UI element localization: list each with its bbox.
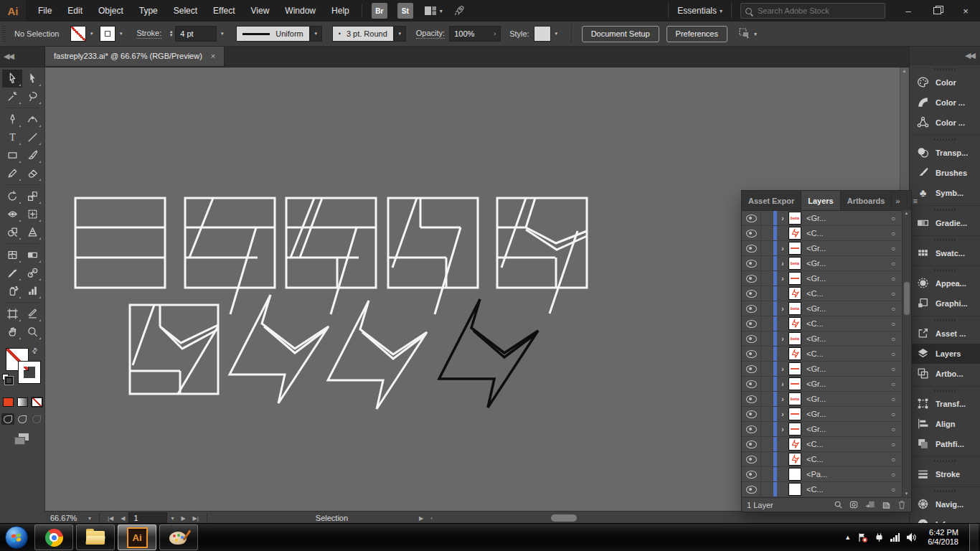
dock-grip-handle[interactable] [934, 460, 956, 462]
dock-item-gradient[interactable]: Gradie... [910, 213, 980, 233]
dock-grip-handle[interactable] [934, 269, 956, 271]
rotate-tool[interactable] [2, 187, 22, 205]
dock-item-appearance[interactable]: Appea... [910, 273, 980, 293]
stock-search-box[interactable] [740, 3, 885, 19]
layer-row[interactable]: ›beta<Gr...○ [742, 331, 911, 347]
screen-mode-button[interactable] [14, 433, 30, 445]
show-hidden-icons-button[interactable]: ▲ [844, 534, 851, 541]
layer-target-icon[interactable]: ○ [891, 471, 895, 479]
layer-label[interactable]: <C... [806, 319, 824, 328]
pencil-tool[interactable] [2, 164, 22, 182]
layer-label[interactable]: <C... [806, 289, 824, 298]
show-desktop-button[interactable] [969, 524, 979, 551]
expand-chevron-icon[interactable]: › [777, 335, 788, 343]
visibility-toggle[interactable] [742, 226, 761, 240]
layer-target-icon[interactable]: ○ [891, 290, 895, 298]
dock-item-color-themes[interactable]: Color ... [910, 113, 980, 133]
construction-square-6[interactable] [133, 305, 154, 365]
dock-item-transparency[interactable]: Transp... [910, 143, 980, 163]
layer-row[interactable]: <C...○ [742, 437, 911, 452]
eyedropper-tool[interactable] [2, 264, 22, 282]
lock-cell[interactable] [761, 482, 773, 496]
stroke-color-swatch[interactable] [100, 26, 116, 42]
column-graph-tool[interactable] [22, 282, 42, 300]
visibility-toggle[interactable] [742, 422, 761, 436]
layer-label[interactable]: <Gr... [806, 304, 826, 313]
construction-square-2[interactable] [230, 227, 256, 314]
visibility-toggle[interactable] [742, 392, 761, 406]
lasso-tool[interactable] [22, 88, 42, 105]
status-next-icon[interactable]: ▶ [419, 515, 423, 522]
layer-label[interactable]: <Gr... [806, 214, 826, 222]
expand-chevron-icon[interactable]: › [777, 425, 788, 433]
artboard-dropdown-icon[interactable]: ▾ [171, 515, 174, 522]
dock-item-align[interactable]: Align [910, 414, 980, 434]
menu-type[interactable]: Type [131, 0, 166, 22]
stroke-weight-dropdown[interactable]: ▾ [217, 27, 227, 41]
previous-artboard-icon[interactable]: ◀ [121, 515, 125, 522]
opacity-label[interactable]: Opacity: [416, 29, 445, 39]
zoom-tool[interactable] [22, 323, 42, 341]
lock-cell[interactable] [761, 286, 773, 301]
network-signal-icon[interactable] [890, 533, 900, 542]
none-fill-button[interactable] [31, 397, 43, 408]
layer-row[interactable]: ›beta<Gr...○ [742, 211, 911, 226]
stroke-profile-dropdown[interactable]: ▾ [310, 26, 322, 42]
perspective-grid-tool[interactable] [22, 223, 42, 241]
lock-cell[interactable] [761, 362, 773, 376]
lock-cell[interactable] [761, 392, 773, 406]
power-plug-icon[interactable] [875, 532, 884, 543]
visibility-toggle[interactable] [742, 467, 761, 481]
new-layer-icon[interactable] [882, 500, 891, 509]
layers-scrollbar[interactable]: ▲ ▼ [902, 210, 911, 496]
paintbrush-tool[interactable] [22, 146, 42, 164]
arrange-documents-icon[interactable] [424, 6, 437, 16]
visibility-toggle[interactable] [742, 301, 761, 316]
layer-target-icon[interactable]: ○ [891, 215, 895, 222]
next-artboard-icon[interactable]: ▶ [181, 515, 185, 522]
last-artboard-icon[interactable]: ▶| [193, 515, 199, 522]
visibility-toggle[interactable] [742, 331, 761, 346]
layer-target-icon[interactable]: ○ [891, 350, 895, 358]
layer-label[interactable]: <Gr... [806, 364, 826, 373]
layer-target-icon[interactable]: ○ [891, 395, 895, 403]
curvature-tool[interactable] [22, 110, 42, 128]
menu-view[interactable]: View [243, 0, 278, 22]
stroke-weight-label[interactable]: Stroke: [136, 29, 161, 39]
layer-target-icon[interactable]: ○ [891, 275, 895, 283]
layer-label[interactable]: <Gr... [806, 380, 826, 388]
scale-tool[interactable] [22, 187, 42, 205]
close-button[interactable]: × [951, 1, 980, 21]
visibility-toggle[interactable] [742, 377, 761, 391]
gradient-fill-button[interactable] [17, 397, 29, 408]
scroll-up-icon[interactable]: ▲ [902, 68, 907, 73]
layer-row[interactable]: <C...○ [742, 347, 911, 362]
layer-label[interactable]: <Pa... [806, 470, 827, 479]
lock-cell[interactable] [761, 467, 773, 481]
direct-selection-tool[interactable] [22, 70, 42, 88]
chevron-down-icon[interactable]: ▾ [440, 8, 443, 14]
panel-menu-icon[interactable]: ≡ [907, 197, 917, 205]
layer-row[interactable]: ›<Gr...○ [742, 362, 911, 377]
canvas-horizontal-scrollbar[interactable] [551, 514, 577, 522]
dock-item-transform[interactable]: Transf... [910, 394, 980, 414]
stroke-profile-field[interactable]: Uniform [236, 26, 310, 42]
restore-button[interactable] [923, 1, 951, 21]
panel-tab-layers[interactable]: Layers [801, 191, 840, 210]
free-transform-tool[interactable] [22, 205, 42, 223]
construction-square-6[interactable] [178, 326, 218, 394]
draw-inside-button[interactable] [30, 413, 43, 425]
visibility-toggle[interactable] [742, 452, 761, 466]
expand-chevron-icon[interactable]: › [777, 380, 788, 388]
layer-label[interactable]: <Gr... [806, 410, 826, 418]
artboard-number-field[interactable]: 1 [128, 512, 167, 524]
fill-dropdown[interactable]: ▾ [86, 27, 97, 41]
lock-cell[interactable] [761, 437, 773, 451]
menu-effect[interactable]: Effect [205, 0, 242, 22]
visibility-toggle[interactable] [742, 211, 761, 225]
visibility-toggle[interactable] [742, 286, 761, 301]
layer-label[interactable]: <Gr... [806, 274, 826, 283]
layer-row[interactable]: ›beta<Gr...○ [742, 392, 911, 407]
construction-square-3[interactable] [286, 198, 376, 288]
taskbar-explorer-button[interactable] [76, 524, 115, 550]
